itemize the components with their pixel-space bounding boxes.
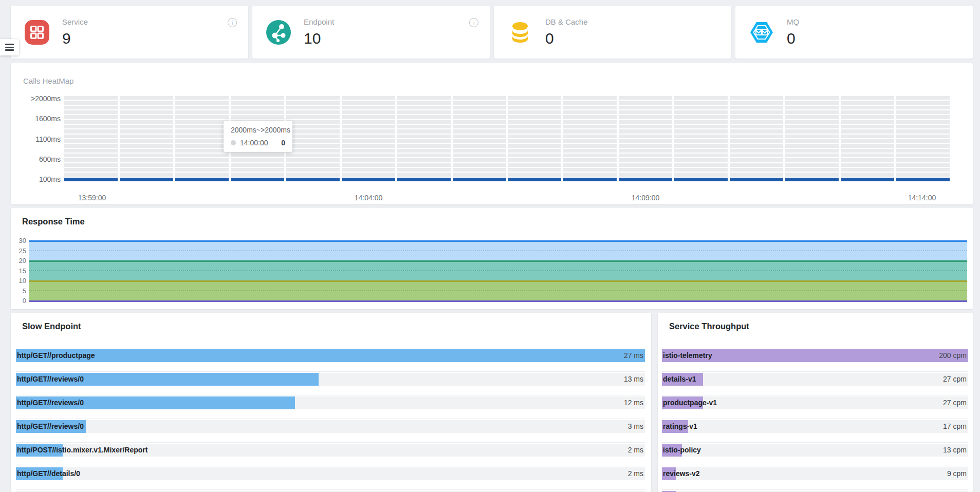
heatmap-cell [785, 129, 839, 133]
heatmap-x-label: 14:14:00 [891, 194, 953, 202]
heatmap-cell [563, 96, 617, 100]
dashboard-page: Service9Endpoint10DB & Cache0MQ0 Calls H… [0, 0, 980, 492]
heatmap-cell [841, 154, 894, 157]
heatmap-cell [674, 168, 728, 172]
list-item[interactable]: productpage-v127 cpm [662, 395, 968, 419]
heatmap-x-label: 14:04:00 [338, 194, 399, 202]
heatmap-cell [563, 129, 617, 133]
bar-item-value: 9 cpm [947, 467, 967, 480]
heatmap-cell [397, 115, 451, 119]
heatmap-cell [674, 149, 728, 153]
heatmap-cell [508, 168, 562, 172]
heatmap-cell [785, 135, 839, 138]
stat-card-text: Endpoint10 [304, 17, 334, 47]
heatmap-cell [120, 168, 173, 172]
heatmap-cell [342, 101, 395, 104]
hamburger-icon [5, 47, 14, 48]
list-item[interactable]: details-v127 cpm [662, 371, 968, 395]
response-time-title: Response Time [22, 217, 85, 226]
heatmap-cell [453, 139, 506, 143]
heatmap-cell [120, 125, 173, 128]
heatmap-grid[interactable] [64, 96, 950, 181]
heatmap-cell [120, 129, 173, 133]
series-line [29, 280, 967, 282]
heatmap-cell [841, 135, 894, 138]
heatmap-cell [453, 125, 506, 128]
list-item[interactable]: http/GET//reviews/013 ms [16, 371, 645, 395]
heatmap-cell [841, 101, 894, 104]
response-time-band [29, 261, 967, 281]
list-item[interactable] [662, 489, 968, 492]
heatmap-cell [397, 101, 451, 104]
heatmap-cell [785, 163, 839, 167]
response-time-plot[interactable] [29, 241, 967, 301]
heatmap-cell [120, 106, 173, 109]
heatmap-cell [342, 96, 395, 100]
heatmap-cell [841, 106, 894, 109]
heatmap-cell [286, 168, 340, 172]
heatmap-cell [841, 125, 894, 128]
heatmap-cell [674, 163, 728, 167]
bar-track [662, 444, 968, 457]
list-item[interactable]: http/GET//details/02 ms [16, 466, 645, 489]
heatmap-cell [397, 163, 451, 167]
heatmap-cell [896, 163, 950, 167]
heatmap-cell [175, 144, 229, 147]
heatmap-cell [64, 168, 118, 172]
list-item[interactable]: istio-telemetry200 cpm [662, 348, 968, 371]
response-time-y-label: 5 [12, 287, 26, 295]
heatmap-y-label: 1100ms [11, 135, 61, 143]
list-item[interactable]: http/GET//productpage27 ms [16, 348, 645, 371]
heatmap-cell [120, 139, 173, 143]
heatmap-cell [231, 163, 284, 167]
heatmap-cell [619, 144, 672, 147]
heatmap-cell [342, 154, 395, 157]
list-item[interactable]: istio-policy13 cpm [662, 442, 968, 466]
heatmap-cell [730, 129, 783, 133]
heatmap-cell [453, 101, 506, 104]
heatmap-cell [785, 106, 839, 109]
heatmap-cell [674, 101, 728, 104]
heatmap-cell [286, 101, 340, 104]
heatmap-cell [563, 149, 617, 153]
info-icon[interactable] [469, 18, 478, 27]
response-time-y-label: 20 [12, 257, 26, 264]
stat-value: 9 [62, 30, 88, 47]
stat-value: 0 [787, 30, 799, 47]
heatmap-cell [342, 120, 395, 124]
heatmap-cell [896, 101, 950, 104]
heatmap-cell [896, 178, 950, 181]
heatmap-cell [397, 129, 451, 133]
heatmap-cell [286, 135, 340, 138]
list-item[interactable]: http/POST//istio.mixer.v1.Mixer/Report2 … [16, 442, 645, 466]
heatmap-cell [508, 110, 562, 114]
heatmap-cell [286, 149, 340, 153]
heatmap-x-label: 14:09:00 [615, 194, 676, 202]
bar-item-value: 17 cpm [943, 420, 967, 433]
heatmap-cell [896, 129, 950, 133]
tooltip-series-dot-icon [231, 140, 236, 145]
heatmap-cell [896, 168, 950, 172]
info-icon[interactable] [228, 18, 237, 27]
heatmap-cell [175, 158, 229, 162]
list-item[interactable]: http/GET//reviews/012 ms [16, 395, 645, 419]
list-item[interactable]: reviews-v29 cpm [662, 466, 968, 489]
heatmap-cell [841, 115, 894, 119]
heatmap-cell [674, 106, 728, 109]
list-item[interactable]: http/GET//reviews/03 ms [16, 419, 645, 442]
heatmap-cell [120, 173, 173, 176]
heatmap-cell [397, 178, 451, 181]
bar-item-label: http/GET//reviews/0 [17, 373, 84, 386]
bar-track [662, 467, 968, 480]
heatmap-cell [841, 173, 894, 176]
bar-item-value: 13 ms [624, 373, 643, 386]
menu-toggle-button[interactable] [0, 39, 19, 55]
heatmap-cell [785, 96, 839, 100]
heatmap-cell [175, 96, 229, 100]
list-item[interactable]: ratings-v117 cpm [662, 419, 968, 442]
heatmap-cell [785, 101, 839, 104]
heatmap-cell [453, 178, 506, 181]
heatmap-cell [563, 173, 617, 176]
list-item[interactable] [16, 489, 645, 492]
heatmap-cell [730, 135, 783, 138]
